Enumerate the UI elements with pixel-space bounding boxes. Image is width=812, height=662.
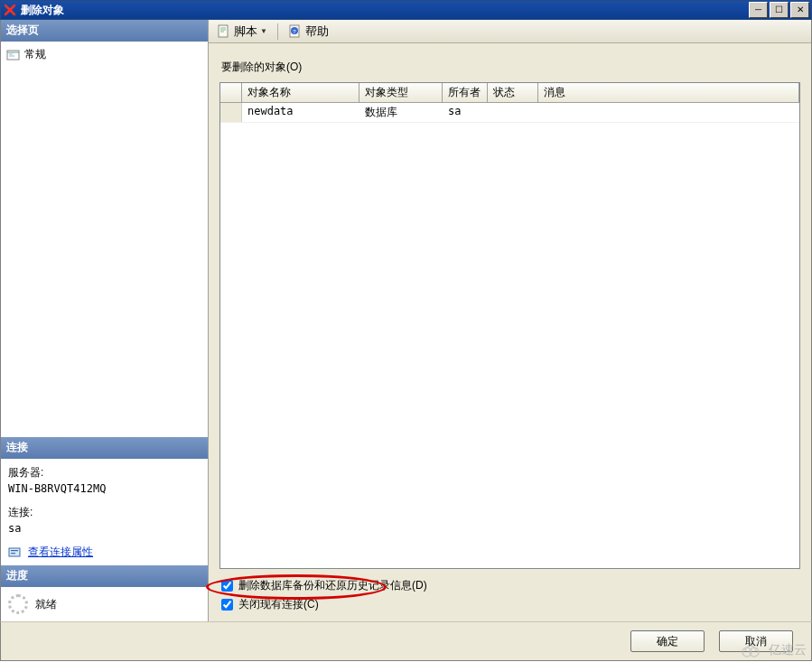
script-icon: [217, 24, 231, 39]
window-controls: ─ ☐ ✕: [749, 2, 809, 18]
row-selector[interactable]: [220, 103, 242, 122]
toolbar-separator: [277, 23, 278, 40]
minimize-button[interactable]: ─: [749, 2, 768, 18]
view-connection-properties-link[interactable]: 查看连接属性: [28, 544, 93, 560]
checkbox-delete-backup-history-label: 删除数据库备份和还原历史记录信息(D): [238, 578, 427, 593]
grid-header: 对象名称 对象类型 所有者 状态 消息: [220, 83, 799, 103]
server-label: 服务器:: [8, 464, 201, 480]
svg-rect-2: [11, 550, 18, 551]
col-header-state[interactable]: 状态: [488, 83, 538, 102]
connection-header: 连接: [1, 437, 208, 459]
cell-name: newdata: [242, 103, 359, 122]
toolbar: 脚本 ▼ ? 帮助: [209, 20, 811, 43]
help-label: 帮助: [305, 23, 329, 40]
connection-info: 服务器: WIN-B8RVQT412MQ 连接: sa 查看连接属性: [1, 459, 208, 565]
pages-list: 常规: [1, 42, 208, 68]
cancel-button[interactable]: 取消: [719, 630, 793, 652]
svg-rect-1: [9, 548, 20, 556]
col-header-name[interactable]: 对象名称: [242, 83, 359, 102]
cell-type: 数据库: [359, 103, 443, 122]
checkbox-delete-backup-history-input[interactable]: [221, 580, 233, 592]
titlebar: 删除对象 ─ ☐ ✕: [0, 0, 812, 20]
cell-owner: sa: [443, 103, 488, 122]
main-panel: 脚本 ▼ ? 帮助 要删除的对象(O) 对象名称 对象类型 所有者 状态: [209, 20, 811, 621]
sidebar-item-general[interactable]: 常规: [6, 45, 202, 64]
progress-header: 进度: [1, 565, 208, 587]
pages-header: 选择页: [1, 20, 208, 42]
col-header-type[interactable]: 对象类型: [359, 83, 443, 102]
checkbox-close-connections-input[interactable]: [221, 599, 233, 611]
window-title: 删除对象: [21, 3, 749, 18]
col-header-owner[interactable]: 所有者: [443, 83, 488, 102]
dialog-footer: 确定 取消: [0, 621, 812, 661]
checkbox-close-connections-label: 关闭现有连接(C): [238, 597, 319, 612]
options-area: 删除数据库备份和还原历史记录信息(D) 关闭现有连接(C): [219, 569, 800, 618]
chevron-down-icon: ▼: [260, 27, 267, 35]
page-icon: [6, 49, 21, 61]
checkbox-close-connections[interactable]: 关闭现有连接(C): [221, 597, 798, 612]
connection-value: sa: [8, 520, 201, 536]
ok-button[interactable]: 确定: [630, 630, 705, 652]
objects-to-delete-label: 要删除的对象(O): [221, 60, 798, 75]
row-selector-header: [220, 83, 242, 102]
maximize-button[interactable]: ☐: [770, 2, 789, 18]
connection-label: 连接:: [8, 504, 201, 520]
checkbox-delete-backup-history[interactable]: 删除数据库备份和还原历史记录信息(D): [221, 578, 798, 593]
close-button[interactable]: ✕: [790, 2, 809, 18]
progress-status-row: 就绪: [1, 587, 208, 621]
svg-rect-4: [219, 25, 228, 37]
svg-rect-3: [11, 553, 15, 554]
sidebar-item-label: 常规: [24, 47, 46, 62]
script-button[interactable]: 脚本 ▼: [212, 21, 272, 42]
objects-grid: 对象名称 对象类型 所有者 状态 消息 newdata 数据库 sa: [219, 82, 800, 569]
table-row[interactable]: newdata 数据库 sa: [220, 103, 799, 123]
help-button[interactable]: ? 帮助: [284, 21, 333, 42]
col-header-message[interactable]: 消息: [538, 83, 799, 102]
server-value: WIN-B8RVQT412MQ: [8, 480, 201, 497]
progress-status-text: 就绪: [35, 597, 57, 612]
progress-spinner-icon: [8, 594, 28, 614]
grid-body: newdata 数据库 sa: [220, 103, 799, 568]
cell-message: [538, 103, 799, 122]
script-label: 脚本: [234, 23, 257, 40]
help-icon: ?: [288, 24, 303, 39]
connection-props-icon: [8, 545, 23, 558]
delete-icon: [3, 3, 17, 17]
cell-state: [488, 103, 538, 122]
sidebar: 选择页 常规 连接 服务器: WIN-B8RVQT412MQ 连接: sa: [1, 20, 209, 621]
